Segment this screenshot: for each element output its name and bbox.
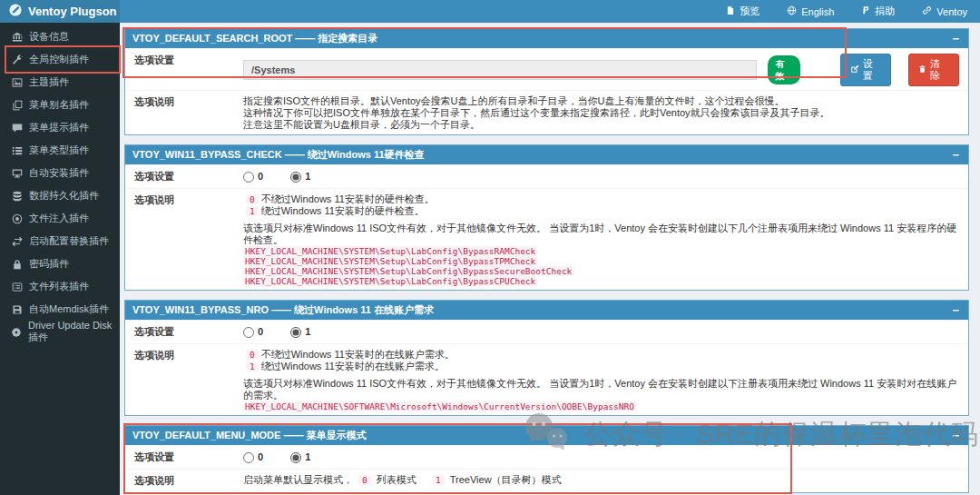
main-content: VTOY_DEFAULT_SEARCH_ROOT —— 指定搜索目录 − 选项设… <box>120 23 980 495</box>
panel-title: VTOY_DEFAULT_SEARCH_ROOT —— 指定搜索目录 <box>132 32 950 45</box>
sidebar-item-device-info[interactable]: 设备信息 <box>0 25 120 48</box>
sidebar-item-auto-install[interactable]: 自动安装插件 <box>0 162 120 184</box>
panel-header: VTOY_WIN11_BYPASS_CHECK —— 绕过Windows 11硬… <box>125 145 968 164</box>
sidebar-item-dud[interactable]: Driver Update Disk插件 <box>0 321 120 343</box>
sidebar-item-global-control[interactable]: 全局控制插件 <box>0 48 120 71</box>
description-row: 选项说明 启动菜单默认显示模式， 0 列表模式 1 TreeView（目录树）模… <box>125 469 968 492</box>
setting-row: 选项设置 0 1 <box>125 164 968 188</box>
panel-header: VTOY_DEFAULT_MENU_MODE —— 菜单显示模式 − <box>125 426 968 445</box>
collapse-icon[interactable]: − <box>950 304 961 316</box>
list-alt-icon <box>11 282 23 292</box>
setting-row: 选项设置 0 1 <box>125 320 968 343</box>
registry-key: HKEY_LOCAL_MACHINE\SYSTEM\Setup\LabConfi… <box>243 276 959 286</box>
sidebar-item-persistence[interactable]: 数据持久化插件 <box>0 184 120 207</box>
sidebar-item-conf-replace[interactable]: 启动配置替换插件 <box>0 230 120 252</box>
setting-row: 选项设置 0 1 <box>125 445 968 469</box>
setting-row: 选项设置 有效 设置 清除 <box>125 48 968 90</box>
sidebar-item-auto-memdisk[interactable]: 自动Memdisk插件 <box>0 298 120 321</box>
sidebar-item-menu-alias[interactable]: 菜单别名插件 <box>0 94 120 116</box>
database-icon <box>11 191 23 202</box>
brand-title: Ventoy Plugson <box>28 5 117 18</box>
brand[interactable]: Ventoy Plugson <box>0 0 120 23</box>
radio-0[interactable] <box>243 452 254 463</box>
sidebar: 设备信息 全局控制插件 主题插件 菜单别名插件 菜单提示插件 菜单类型插件 自动… <box>0 23 120 495</box>
preview-link[interactable]: 预览 <box>726 5 760 18</box>
ventoy-site-link[interactable]: Ventoy <box>922 5 967 17</box>
panel-default-search-root: VTOY_DEFAULT_SEARCH_ROOT —— 指定搜索目录 − 选项设… <box>124 28 969 135</box>
list-icon <box>11 145 23 156</box>
disc-icon <box>11 327 22 338</box>
collapse-icon[interactable]: − <box>950 33 961 45</box>
wrench-icon <box>11 54 23 65</box>
desktop-icon <box>11 168 23 179</box>
navbar-links: 预览 English 捐助 Ventoy <box>120 0 980 23</box>
bank-icon <box>11 32 23 43</box>
registry-key: HKEY_LOCAL_MACHINE\SYSTEM\Setup\LabConfi… <box>243 266 959 276</box>
image-icon <box>11 77 23 88</box>
radio-1[interactable] <box>290 172 301 183</box>
radio-0[interactable] <box>243 327 254 338</box>
description-row: 选项说明 指定搜索ISO文件的根目录。默认Ventoy会搜索U盘上的所有目录和子… <box>125 90 968 134</box>
floppy-icon <box>11 304 23 315</box>
globe-icon <box>787 5 797 17</box>
panel-title: VTOY_WIN11_BYPASS_NRO —— 绕过Windows 11 在线… <box>132 303 950 317</box>
bullseye-icon <box>11 213 23 224</box>
set-button[interactable]: 设置 <box>840 54 892 86</box>
sidebar-item-file-list[interactable]: 文件列表插件 <box>0 275 120 298</box>
copy-icon <box>11 100 23 111</box>
sidebar-item-menu-class[interactable]: 菜单类型插件 <box>0 139 120 162</box>
top-navbar: Ventoy Plugson 预览 English 捐助 Ventoy <box>0 0 980 23</box>
lock-icon <box>11 259 23 270</box>
description-row: 选项说明 0不绕过Windows 11安装时的在线账户需求。 1绕过Window… <box>125 343 968 415</box>
description-row: 选项说明 0不绕过Windows 11安装时的硬件检查。 1绕过Windows … <box>125 188 968 290</box>
language-link[interactable]: English <box>787 5 834 17</box>
paypal-icon <box>861 5 870 17</box>
panel-default-menu-mode: VTOY_DEFAULT_MENU_MODE —— 菜单显示模式 − 选项设置 … <box>124 425 969 493</box>
sidebar-item-theme[interactable]: 主题插件 <box>0 71 120 94</box>
comment-icon <box>11 123 23 134</box>
radio-1[interactable] <box>290 327 301 338</box>
panel-title: VTOY_DEFAULT_MENU_MODE —— 菜单显示模式 <box>132 429 950 442</box>
registry-key: HKEY_LOCAL_MACHINE\SYSTEM\Setup\LabConfi… <box>243 246 959 256</box>
collapse-icon[interactable]: − <box>950 149 961 161</box>
panel-title: VTOY_WIN11_BYPASS_CHECK —— 绕过Windows 11硬… <box>132 148 950 162</box>
preview-icon <box>726 5 735 17</box>
sidebar-item-password[interactable]: 密码插件 <box>0 252 120 275</box>
clear-button[interactable]: 清除 <box>908 54 959 86</box>
registry-key: HKEY_LOCAL_MACHINE\SYSTEM\Setup\LabConfi… <box>243 256 959 266</box>
panel-header: VTOY_WIN11_BYPASS_NRO —— 绕过Windows 11 在线… <box>125 301 968 320</box>
edit-icon <box>850 64 859 76</box>
ventoy-logo-icon <box>9 4 22 19</box>
panel-win11-bypass-nro: VTOY_WIN11_BYPASS_NRO —— 绕过Windows 11 在线… <box>124 300 969 416</box>
trash-icon <box>918 64 926 76</box>
link-icon <box>922 5 932 17</box>
search-root-input[interactable] <box>243 60 757 80</box>
radio-0[interactable] <box>243 172 254 183</box>
status-badge: 有效 <box>768 55 799 84</box>
sidebar-item-injection[interactable]: 文件注入插件 <box>0 207 120 230</box>
donate-link[interactable]: 捐助 <box>861 5 895 18</box>
panel-header: VTOY_DEFAULT_SEARCH_ROOT —— 指定搜索目录 − <box>125 29 968 48</box>
exchange-icon <box>11 236 23 247</box>
sidebar-item-menu-tip[interactable]: 菜单提示插件 <box>0 116 120 139</box>
collapse-icon[interactable]: − <box>950 430 961 441</box>
registry-key: HKEY_LOCAL_MACHINE\SOFTWARE\Microsoft\Wi… <box>243 401 959 411</box>
panel-win11-bypass-check: VTOY_WIN11_BYPASS_CHECK —— 绕过Windows 11硬… <box>124 144 969 291</box>
radio-1[interactable] <box>290 452 301 463</box>
